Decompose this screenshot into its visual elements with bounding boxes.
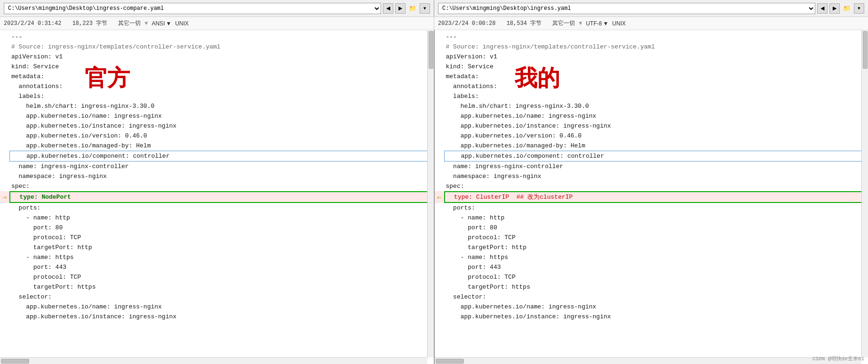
- table-row: metadata:: [0, 72, 434, 81]
- line-arrow: [0, 42, 9, 52]
- line-arrow: [0, 131, 9, 141]
- table-row: port: 80: [0, 223, 434, 233]
- right-scrollbar-h-thumb[interactable]: [436, 359, 464, 364]
- left-encoding-btn[interactable]: ANSI ▼: [151, 20, 171, 27]
- table-row: kind: Service: [435, 62, 868, 72]
- line-arrow: [0, 111, 9, 121]
- left-back-btn[interactable]: ◀: [383, 3, 393, 14]
- table-row: annotations:: [0, 81, 434, 91]
- table-row: port: 443: [0, 262, 434, 272]
- line-arrow: [435, 62, 444, 72]
- line-arrow: [0, 141, 9, 151]
- line-content: ---: [444, 32, 868, 42]
- right-dropdown-btn[interactable]: ▾: [854, 3, 864, 14]
- right-title-panel: C:\Users\mingming\Desktop\ingress.yaml ◀…: [434, 0, 868, 16]
- line-arrow: [0, 72, 9, 81]
- right-scrollbar-thumb[interactable]: [863, 31, 868, 69]
- table-row: app.kubernetes.io/version: 0.46.0: [0, 131, 434, 141]
- line-arrow: [0, 101, 9, 111]
- table-row: annotations:: [435, 81, 868, 91]
- line-content: namespace: ingress-nginx: [9, 171, 434, 181]
- table-row: ⇐ type: ClusterIP ## 改为clusterIP: [435, 191, 868, 203]
- line-content: protocol: TCP: [9, 272, 434, 282]
- line-content: - name: https: [9, 252, 434, 262]
- left-folder-icon[interactable]: 📁: [407, 3, 418, 14]
- left-scrollbar-v[interactable]: [427, 30, 434, 357]
- left-diff-scroll[interactable]: 官方 --- # Source: ingress-nginx/templates…: [0, 30, 434, 364]
- right-back-btn[interactable]: ◀: [817, 3, 828, 14]
- line-content: app.kubernetes.io/name: ingress-nginx: [9, 111, 434, 121]
- left-scrollbar-h[interactable]: [0, 357, 427, 364]
- left-date: 2023/2/24 0:31:42: [4, 20, 61, 27]
- table-row: protocol: TCP: [435, 233, 868, 243]
- line-content: # Source: ingress-nginx/templates/contro…: [444, 42, 868, 52]
- table-row: protocol: TCP: [0, 272, 434, 282]
- left-diff-panel: 官方 --- # Source: ingress-nginx/templates…: [0, 30, 435, 364]
- table-row: ---: [0, 32, 434, 42]
- table-row: spec:: [435, 181, 868, 191]
- line-arrow: [0, 272, 9, 282]
- left-scrollbar-thumb[interactable]: [429, 31, 433, 69]
- line-arrow: [435, 121, 444, 131]
- line-arrow: [435, 91, 444, 101]
- line-arrow: [0, 282, 9, 292]
- line-arrow: [435, 203, 444, 213]
- line-arrow: [0, 223, 9, 233]
- left-diff-content: 官方 --- # Source: ingress-nginx/templates…: [0, 30, 434, 324]
- line-content: targetPort: http: [444, 243, 868, 252]
- left-eol-btn[interactable]: UNIX: [175, 20, 189, 27]
- line-arrow: [435, 272, 444, 282]
- table-row: - name: https: [0, 252, 434, 262]
- right-file-dropdown[interactable]: C:\Users\mingming\Desktop\ingress.yaml: [438, 3, 815, 14]
- line-content: selector:: [9, 292, 434, 302]
- table-row: labels:: [435, 91, 868, 101]
- right-diff-content: 我的 --- # Source: ingress-nginx/templates…: [435, 30, 868, 324]
- line-arrow: [0, 262, 9, 272]
- line-content: ---: [9, 32, 434, 42]
- line-arrow: [435, 302, 444, 312]
- line-content: ports:: [9, 203, 434, 213]
- line-content-diff: type: NodePort: [9, 191, 434, 203]
- line-content: - name: http: [444, 213, 868, 223]
- line-arrow: [0, 91, 9, 101]
- left-info-panel: 2023/2/24 0:31:42 18,223 字节 其它一切 ▼ ANSI …: [0, 17, 434, 30]
- line-content: targetPort: https: [444, 282, 868, 292]
- right-forward-btn[interactable]: ▶: [829, 3, 840, 14]
- title-bar: C:\Users\mingming\Desktop\ingress-compar…: [0, 0, 868, 17]
- table-row: - name: http: [435, 213, 868, 223]
- left-dropdown-btn[interactable]: ▾: [420, 3, 430, 14]
- table-row: app.kubernetes.io/managed-by: Helm: [0, 141, 434, 151]
- line-arrow: [435, 213, 444, 223]
- right-folder-icon[interactable]: 📁: [842, 3, 852, 14]
- line-content: labels:: [444, 91, 868, 101]
- line-arrow: [435, 162, 444, 171]
- line-content: app.kubernetes.io/component: controller: [9, 151, 434, 162]
- table-row: ---: [435, 32, 868, 42]
- left-forward-btn[interactable]: ▶: [395, 3, 406, 14]
- table-row: port: 443: [435, 262, 868, 272]
- line-arrow: [435, 52, 444, 62]
- table-row: namespace: ingress-nginx: [435, 171, 868, 181]
- table-row: ports:: [435, 203, 868, 213]
- left-scrollbar-h-thumb[interactable]: [1, 359, 29, 364]
- line-content: apiVersion: v1: [9, 52, 434, 62]
- line-content: kind: Service: [9, 62, 434, 72]
- line-arrow: [435, 262, 444, 272]
- line-arrow: [435, 101, 444, 111]
- table-row: targetPort: https: [0, 282, 434, 292]
- table-row: app.kubernetes.io/instance: ingress-ngin…: [435, 312, 868, 322]
- line-arrow: [435, 171, 444, 181]
- left-size: 18,223 字节: [72, 19, 107, 27]
- line-content: protocol: TCP: [444, 272, 868, 282]
- right-encoding-btn[interactable]: UTF-8 ▼: [586, 20, 608, 27]
- line-arrow: [0, 203, 9, 213]
- table-row: kind: Service: [0, 62, 434, 72]
- right-eol-btn[interactable]: UNIX: [612, 20, 626, 27]
- right-diff-scroll[interactable]: 我的 --- # Source: ingress-nginx/templates…: [435, 30, 868, 364]
- table-row: protocol: TCP: [435, 272, 868, 282]
- line-arrow: [0, 121, 9, 131]
- left-file-dropdown[interactable]: C:\Users\mingming\Desktop\ingress-compar…: [4, 3, 381, 14]
- line-arrow-indicator-right: ⇐: [435, 191, 444, 203]
- right-scrollbar-h[interactable]: [435, 357, 862, 364]
- right-scrollbar-v[interactable]: [861, 30, 868, 357]
